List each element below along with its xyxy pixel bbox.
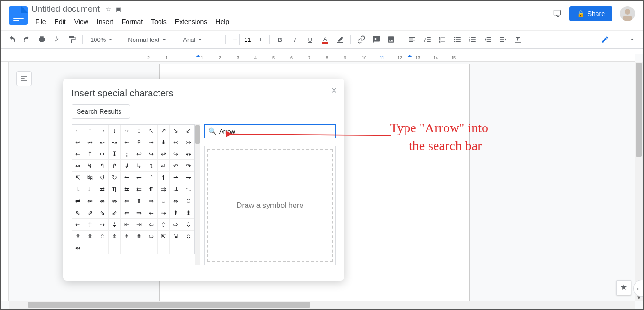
category-dropdown[interactable]: Search Results: [72, 104, 130, 119]
char-cell[interactable]: ⇎: [96, 195, 109, 207]
char-cell[interactable]: ⇪: [72, 231, 84, 242]
zoom-combo[interactable]: 100%: [87, 36, 116, 43]
char-cell[interactable]: ↕: [133, 125, 145, 136]
char-cell[interactable]: ⇊: [170, 183, 182, 195]
char-cell[interactable]: ↼: [121, 172, 133, 183]
decrease-indent-button[interactable]: [481, 33, 494, 46]
char-cell[interactable]: ⇅: [109, 183, 121, 195]
char-cell[interactable]: ↓: [109, 125, 121, 136]
char-cell[interactable]: ↤: [72, 148, 84, 160]
side-panel-toggle[interactable]: ‹: [633, 280, 643, 297]
char-cell[interactable]: ↴: [145, 160, 158, 172]
char-cell[interactable]: ⇬: [96, 231, 109, 242]
scrollbar-thumb-h[interactable]: [28, 302, 310, 308]
char-cell[interactable]: ↺: [96, 172, 109, 183]
char-cell[interactable]: ↝: [109, 136, 121, 148]
char-cell[interactable]: ↑: [84, 125, 96, 136]
char-cell[interactable]: [84, 242, 96, 254]
outline-toggle[interactable]: [16, 71, 32, 86]
bulleted-list-button[interactable]: [451, 33, 464, 46]
bold-button[interactable]: B: [273, 33, 286, 46]
char-cell[interactable]: ⇭: [109, 231, 121, 242]
char-cell[interactable]: ⇰: [145, 231, 158, 242]
char-cell[interactable]: [145, 242, 158, 254]
styles-combo[interactable]: Normal text: [124, 36, 171, 43]
char-cell[interactable]: ⇍: [84, 195, 96, 207]
highlight-button[interactable]: [334, 33, 347, 46]
char-cell[interactable]: ⇡: [84, 219, 96, 231]
close-icon[interactable]: ×: [331, 85, 337, 96]
char-cell[interactable]: ↬: [170, 148, 182, 160]
account-avatar[interactable]: [620, 6, 635, 21]
font-combo[interactable]: Arial: [179, 36, 222, 43]
char-cell[interactable]: ⇑: [133, 195, 145, 207]
char-cell[interactable]: ↹: [84, 172, 96, 183]
align-button[interactable]: [406, 33, 419, 46]
char-cell[interactable]: ↻: [109, 172, 121, 183]
line-spacing-button[interactable]: [421, 33, 434, 46]
menu-insert[interactable]: Insert: [93, 16, 117, 27]
menu-extensions[interactable]: Extensions: [171, 16, 211, 27]
move-icon[interactable]: ▣: [116, 6, 121, 13]
char-cell[interactable]: ⇮: [121, 231, 133, 242]
underline-button[interactable]: U: [303, 33, 317, 46]
char-cell[interactable]: ↯: [84, 160, 96, 172]
vertical-ruler[interactable]: [1, 62, 9, 301]
char-cell[interactable]: ⇗: [84, 207, 96, 219]
spellcheck-button[interactable]: [50, 33, 64, 46]
char-cell[interactable]: ↘: [170, 125, 182, 136]
char-cell[interactable]: [109, 242, 121, 254]
char-cell[interactable]: ⇆: [121, 183, 133, 195]
char-cell[interactable]: ⇙: [109, 207, 121, 219]
clear-formatting-button[interactable]: [511, 33, 525, 46]
char-cell[interactable]: ↧: [109, 148, 121, 160]
menu-tools[interactable]: Tools: [147, 16, 170, 27]
char-cell[interactable]: ⇝: [158, 207, 170, 219]
char-cell[interactable]: ↚: [72, 136, 84, 148]
horizontal-scrollbar[interactable]: [9, 301, 635, 309]
char-cell[interactable]: [133, 242, 145, 254]
char-cell[interactable]: [96, 242, 109, 254]
text-color-button[interactable]: A: [318, 33, 332, 46]
char-cell[interactable]: ⇈: [145, 183, 158, 195]
char-cell[interactable]: ⇴: [72, 242, 84, 254]
insert-image-button[interactable]: [385, 33, 398, 46]
char-cell[interactable]: ⇇: [133, 183, 145, 195]
char-cell[interactable]: ⇄: [96, 183, 109, 195]
menu-format[interactable]: Format: [118, 16, 146, 27]
char-cell[interactable]: ↫: [158, 148, 170, 160]
char-cell[interactable]: ↲: [121, 160, 133, 172]
char-cell[interactable]: ←: [72, 125, 84, 136]
char-cell[interactable]: ↾: [145, 172, 158, 183]
char-cell[interactable]: ⇒: [145, 195, 158, 207]
grid-scrollbar[interactable]: [195, 124, 200, 265]
char-cell[interactable]: ⇉: [158, 183, 170, 195]
char-cell[interactable]: ↠: [145, 136, 158, 148]
insert-link-button[interactable]: [355, 33, 368, 46]
char-cell[interactable]: ⇐: [121, 195, 133, 207]
char-cell[interactable]: ⇜: [145, 207, 158, 219]
char-cell[interactable]: ↜: [96, 136, 109, 148]
char-cell[interactable]: ⇥: [133, 219, 145, 231]
char-cell[interactable]: ↥: [84, 148, 96, 160]
char-cell[interactable]: ⇱: [158, 231, 170, 242]
char-cell[interactable]: ⇃: [84, 183, 96, 195]
char-cell[interactable]: ⇟: [182, 207, 194, 219]
increase-indent-button[interactable]: [496, 33, 509, 46]
char-cell[interactable]: ⇕: [182, 195, 194, 207]
checklist-button[interactable]: [436, 33, 449, 46]
char-cell[interactable]: ⇚: [121, 207, 133, 219]
scrollbar-thumb[interactable]: [636, 63, 642, 157]
char-cell[interactable]: ↟: [133, 136, 145, 148]
char-cell[interactable]: ↳: [133, 160, 145, 172]
char-cell[interactable]: ⇯: [133, 231, 145, 242]
char-cell[interactable]: [121, 242, 133, 254]
char-cell[interactable]: ↞: [121, 136, 133, 148]
char-cell[interactable]: ↛: [84, 136, 96, 148]
search-input[interactable]: [219, 128, 332, 135]
char-cell[interactable]: ↣: [182, 136, 194, 148]
redo-button[interactable]: [20, 33, 33, 46]
char-cell[interactable]: ↡: [158, 136, 170, 148]
char-cell[interactable]: ⇛: [133, 207, 145, 219]
menu-edit[interactable]: Edit: [51, 16, 70, 27]
